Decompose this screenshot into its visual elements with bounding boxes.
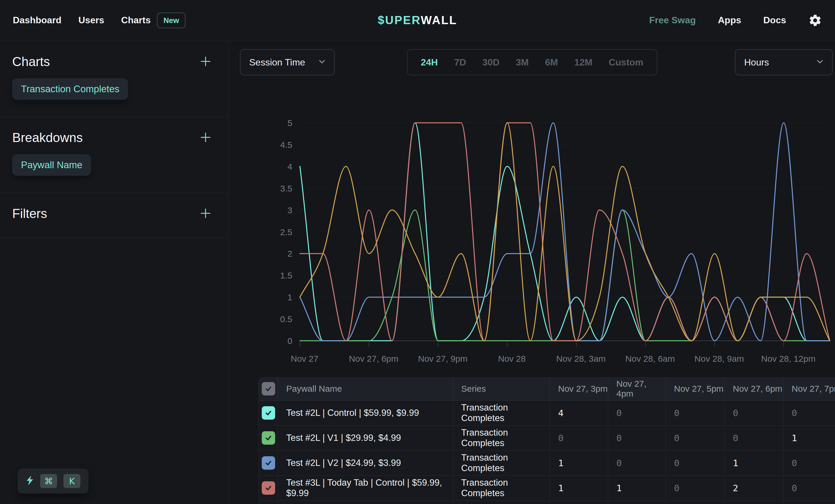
chip-row: Transaction Completes [12, 78, 212, 100]
plus-icon [200, 208, 211, 219]
gear-icon[interactable] [808, 14, 822, 27]
plus-icon [200, 56, 211, 67]
value-cell: 1 [550, 450, 608, 476]
y-axis-tick-label: 1.5 [280, 271, 292, 280]
nav-item-charts[interactable]: Charts [121, 15, 150, 26]
range-tab-7d[interactable]: 7D [454, 57, 466, 68]
range-tab-custom[interactable]: Custom [609, 57, 644, 68]
row-checkbox-1[interactable] [262, 431, 275, 445]
nav-right-group: Free Swag Apps Docs [649, 14, 822, 27]
new-badge: New [157, 13, 185, 28]
range-tab-12m[interactable]: 12M [574, 57, 592, 68]
column-header-0: Paywall Name [278, 377, 453, 400]
value-cell: 1 [666, 501, 725, 504]
chip-row: Paywall Name [12, 154, 212, 176]
x-axis-tick-label: Nov 27, 6pm [349, 354, 398, 363]
checkmark-icon [264, 384, 273, 393]
add-breakdowns-button[interactable] [199, 131, 212, 145]
paywall-name-cell: Test #2L | Control | $59.99, $9.99 [278, 400, 453, 425]
value-cell: 0 [725, 425, 783, 450]
chip-paywall-name[interactable]: Paywall Name [12, 154, 91, 176]
metric-select-value: Session Time [249, 57, 305, 68]
value-cell: 0 [725, 400, 783, 425]
column-header-4: Nov 27, 5pm [666, 377, 725, 400]
row-checkbox-cell [259, 476, 278, 501]
series-cell: Transaction Completes [453, 476, 550, 501]
add-charts-button[interactable] [199, 55, 212, 69]
value-cell: 0 [608, 400, 666, 425]
range-tab-30d[interactable]: 30D [483, 57, 500, 68]
value-cell: 0 [666, 476, 725, 501]
paywall-name-cell: Test #3L | Today Tab | V1 | $29.99, $4.9… [278, 501, 453, 504]
table-row: Test #2L | V2 | $24.99, $3.99Transaction… [259, 450, 835, 476]
checkmark-icon [264, 484, 273, 492]
chip-transaction-completes[interactable]: Transaction Completes [12, 78, 128, 100]
checkmark-icon [264, 434, 273, 442]
y-axis-tick-label: 1 [287, 292, 292, 302]
paywall-name-cell: Test #2L | V2 | $24.99, $3.99 [278, 450, 453, 476]
value-cell: 0 [666, 450, 725, 476]
x-axis-tick-label: Nov 28, 12pm [761, 354, 815, 363]
table-header-row: Paywall NameSeriesNov 27, 3pmNov 27, 4pm… [259, 377, 835, 400]
value-cell: 0 [783, 400, 835, 425]
top-nav: Dashboard Users Charts New $UPERWALL Fre… [0, 0, 835, 41]
value-cell: 0 [783, 450, 835, 476]
nav-item-free-swag[interactable]: Free Swag [649, 15, 696, 26]
y-axis-tick-label: 0.5 [280, 314, 292, 324]
table-row: Test #3L | Today Tab | V1 | $29.99, $4.9… [259, 501, 835, 504]
value-cell: 0 [666, 400, 725, 425]
value-cell: 1 [725, 450, 783, 476]
series-cell: Transaction Completes [453, 501, 550, 504]
x-axis-tick-label: Nov 27 [290, 354, 318, 363]
sidebar: ChartsTransaction CompletesBreakdownsPay… [0, 41, 229, 504]
y-axis-tick-label: 2.5 [280, 227, 292, 237]
y-axis-tick-label: 4 [287, 162, 292, 171]
row-checkbox-3[interactable] [262, 481, 275, 495]
paywall-name-cell: Test #3L | Today Tab | Control | $59.99,… [278, 476, 453, 501]
nav-item-users[interactable]: Users [78, 15, 104, 26]
row-checkbox-cell [259, 400, 278, 425]
value-cell: 0 [608, 450, 666, 476]
y-axis-tick-label: 5 [287, 118, 292, 128]
row-checkbox-0[interactable] [262, 406, 275, 420]
nav-item-dashboard[interactable]: Dashboard [13, 15, 61, 26]
add-filters-button[interactable] [199, 207, 212, 221]
granularity-select[interactable]: Hours [735, 49, 833, 76]
value-cell: 0 [666, 425, 725, 450]
breakdown-table: Paywall NameSeriesNov 27, 3pmNov 27, 4pm… [259, 377, 835, 504]
range-tab-24h[interactable]: 24H [421, 57, 438, 68]
value-cell: 1 [608, 476, 666, 501]
y-axis-tick-label: 3 [287, 206, 292, 215]
checkmark-icon [264, 408, 273, 417]
x-axis-tick-label: Nov 28 [498, 354, 526, 363]
command-palette-shortcut[interactable]: ⌘ K [18, 468, 88, 493]
value-cell: 0 [550, 425, 608, 450]
row-checkbox-2[interactable] [262, 456, 275, 470]
plus-icon [200, 132, 211, 143]
sidebar-section-head: Filters [12, 206, 212, 221]
paywall-name-cell: Test #2L | V1 | $29.99, $4.99 [278, 425, 453, 450]
select-all-checkbox[interactable] [262, 382, 275, 396]
lightning-icon [26, 475, 34, 487]
y-axis-tick-label: 3.5 [280, 184, 292, 193]
row-checkbox-cell [259, 425, 278, 450]
logo-accent-text: $UPER [378, 14, 421, 26]
k-keycap: K [63, 474, 80, 488]
range-tab-6m[interactable]: 6M [545, 57, 558, 68]
value-cell: 1 [550, 476, 608, 501]
value-cell: 1 [725, 501, 783, 504]
metric-select[interactable]: Session Time [240, 49, 335, 76]
nav-item-apps[interactable]: Apps [718, 15, 741, 26]
granularity-select-value: Hours [744, 57, 769, 68]
value-cell: 1 [783, 425, 835, 450]
sidebar-section-head: Charts [12, 55, 212, 69]
table-row: Test #2L | Control | $59.99, $9.99Transa… [259, 400, 835, 425]
nav-item-docs[interactable]: Docs [763, 15, 786, 26]
value-cell: 2 [550, 501, 608, 504]
range-tab-3m[interactable]: 3M [516, 57, 529, 68]
row-checkbox-cell [259, 450, 278, 476]
superwall-logo: $UPERWALL [378, 14, 457, 27]
main-content: Session Time 24H7D30D3M6M12MCustom Hours… [229, 41, 835, 504]
column-header-3: Nov 27, 4pm [608, 377, 666, 400]
column-header-2: Nov 27, 3pm [550, 377, 608, 400]
